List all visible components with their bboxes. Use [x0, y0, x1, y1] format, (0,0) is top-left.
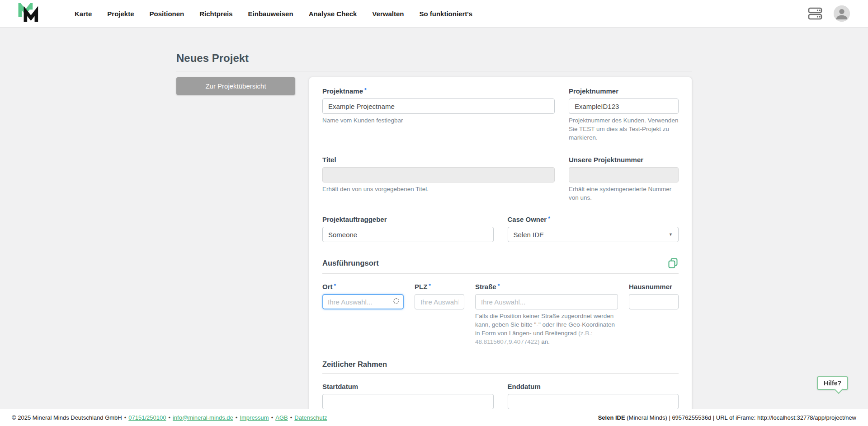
- titel-helper: Erhält den von uns vorgegebenen Titel.: [322, 185, 555, 194]
- hausnummer-input[interactable]: [629, 294, 679, 309]
- separator-dot: •: [236, 414, 238, 421]
- strasse-helper-suffix: an.: [539, 338, 550, 345]
- ort-input-wrapper: [322, 294, 404, 309]
- nav-item-projekte[interactable]: Projekte: [99, 10, 142, 18]
- section-heading-zeitlicher-rahmen: Zeitlicher Rahmen: [322, 360, 387, 369]
- projektname-input[interactable]: [322, 98, 555, 114]
- plz-label-text: PLZ: [415, 283, 427, 290]
- case-owner-label-text: Case Owner: [508, 215, 547, 223]
- nav-item-karte[interactable]: Karte: [67, 10, 99, 18]
- field-titel: Titel Erhält den von uns vorgegebenen Ti…: [322, 156, 555, 202]
- projektname-label: Projektname*: [322, 87, 555, 95]
- enddatum-input[interactable]: [508, 394, 679, 409]
- enddatum-label: Enddatum: [508, 383, 679, 390]
- ort-label-text: Ort: [322, 283, 333, 290]
- section-divider: [322, 373, 679, 374]
- projektnummer-label: Projektnummer: [569, 87, 679, 95]
- field-projektnummer: Projektnummer Projektnummer des Kunden. …: [569, 87, 679, 142]
- back-to-project-overview-button[interactable]: Zur Projektübersicht: [176, 77, 295, 95]
- required-asterisk: *: [548, 215, 550, 222]
- unsere-projektnummer-helper: Erhält eine systemgenerierte Nummer von …: [569, 185, 679, 202]
- required-asterisk: *: [429, 283, 431, 289]
- copyright-text: © 2025 Mineral Minds Deutschland GmbH: [12, 414, 122, 421]
- projektname-helper: Name vom Kunden festlegbar: [322, 117, 555, 125]
- strasse-helper: Falls die Position keiner Straße zugeord…: [475, 312, 618, 346]
- nav-item-richtpreis[interactable]: Richtpreis: [192, 10, 240, 18]
- field-case-owner: Case Owner* Selen IDE ▼: [508, 215, 679, 242]
- nav-item-positionen[interactable]: Positionen: [142, 10, 192, 18]
- nav-item-verwalten[interactable]: Verwalten: [364, 10, 411, 18]
- titel-label: Titel: [322, 156, 555, 164]
- field-hausnummer: Hausnummer: [629, 283, 679, 346]
- footer-link-impressum[interactable]: Impressum: [240, 414, 269, 421]
- separator-dot: •: [124, 414, 127, 421]
- top-navbar: Karte Projekte Positionen Richtpreis Ein…: [0, 0, 868, 28]
- mineral-minds-logo-icon: [18, 3, 40, 24]
- copy-icon[interactable]: [667, 257, 679, 269]
- titel-input: [322, 167, 555, 183]
- session-details: (Mineral Minds) | 69576255536d | URL of …: [625, 414, 856, 421]
- strasse-label: Straße*: [475, 283, 618, 290]
- nav-item-so-funktionierts[interactable]: So funktioniert's: [411, 10, 480, 18]
- separator-dot: •: [271, 414, 274, 421]
- user-avatar-icon[interactable]: [834, 5, 850, 22]
- title-divider: [176, 71, 692, 71]
- startdatum-input[interactable]: [322, 394, 494, 409]
- chevron-down-icon: ▼: [669, 232, 673, 237]
- plz-input[interactable]: [415, 294, 464, 309]
- field-startdatum: Startdatum: [322, 383, 494, 409]
- strasse-input[interactable]: [475, 294, 618, 309]
- separator-dot: •: [290, 414, 292, 421]
- projektauftraggeber-input[interactable]: [322, 227, 494, 242]
- required-asterisk: *: [364, 87, 367, 94]
- new-project-form-card: Projektname* Name vom Kunden festlegbar …: [309, 77, 692, 421]
- field-strasse: Straße* Falls die Position keiner Straße…: [475, 283, 618, 346]
- footer-link-agb[interactable]: AGB: [275, 414, 288, 421]
- field-enddatum: Enddatum: [508, 383, 679, 409]
- ort-label: Ort*: [322, 283, 404, 290]
- main-content: Neues Projekt Zur Projektübersicht Proje…: [176, 28, 692, 426]
- separator-dot: •: [168, 414, 170, 421]
- unsere-projektnummer-input: [569, 167, 679, 183]
- main-menu: Karte Projekte Positionen Richtpreis Ein…: [67, 10, 480, 18]
- section-heading-ausfuehrungsort: Ausführungsort: [322, 259, 379, 267]
- field-projektname: Projektname* Name vom Kunden festlegbar: [322, 87, 555, 142]
- startdatum-label: Startdatum: [322, 383, 494, 390]
- footer-link-phone[interactable]: 07151/250100: [128, 414, 166, 421]
- footer-link-datenschutz[interactable]: Datenschutz: [294, 414, 327, 421]
- case-owner-label: Case Owner*: [508, 215, 679, 223]
- field-plz: PLZ*: [415, 283, 464, 346]
- projektnummer-input[interactable]: [569, 98, 679, 114]
- ort-input[interactable]: [323, 295, 403, 309]
- strasse-label-text: Straße: [475, 283, 496, 290]
- projektnummer-helper: Projektnummer des Kunden. Verwenden Sie …: [569, 117, 679, 142]
- projektauftraggeber-label: Projektauftraggeber: [322, 215, 494, 223]
- section-divider: [322, 273, 679, 274]
- projektname-label-text: Projektname: [322, 87, 363, 95]
- navbar-right: [807, 5, 850, 22]
- field-ort: Ort*: [322, 283, 404, 346]
- footer-session-info: Selen IDE (Mineral Minds) | 69576255536d…: [598, 414, 856, 421]
- server-icon[interactable]: [807, 7, 823, 20]
- case-owner-selected-value: Selen IDE: [514, 231, 544, 239]
- footer-left: © 2025 Mineral Minds Deutschland GmbH • …: [12, 414, 327, 421]
- footer-link-email[interactable]: info@mineral-minds.de: [173, 414, 233, 421]
- field-projektauftraggeber: Projektauftraggeber: [322, 215, 494, 242]
- strasse-helper-main: Falls die Position keiner Straße zugeord…: [475, 313, 615, 337]
- footer: © 2025 Mineral Minds Deutschland GmbH • …: [0, 409, 868, 426]
- unsere-projektnummer-label: Unsere Projektnummer: [569, 156, 679, 164]
- case-owner-select[interactable]: Selen IDE ▼: [508, 227, 679, 242]
- page-title: Neues Projekt: [176, 52, 692, 65]
- app-logo[interactable]: [18, 3, 41, 24]
- help-button[interactable]: Hilfe?: [817, 376, 848, 390]
- nav-item-analyse-check[interactable]: Analyse Check: [301, 10, 365, 18]
- session-user: Selen IDE: [598, 414, 625, 421]
- nav-item-einbauweisen[interactable]: Einbauweisen: [241, 10, 301, 18]
- plz-label: PLZ*: [415, 283, 464, 290]
- required-asterisk: *: [334, 283, 336, 289]
- field-unsere-projektnummer: Unsere Projektnummer Erhält eine systemg…: [569, 156, 679, 202]
- hausnummer-label: Hausnummer: [629, 283, 679, 290]
- required-asterisk: *: [498, 283, 500, 289]
